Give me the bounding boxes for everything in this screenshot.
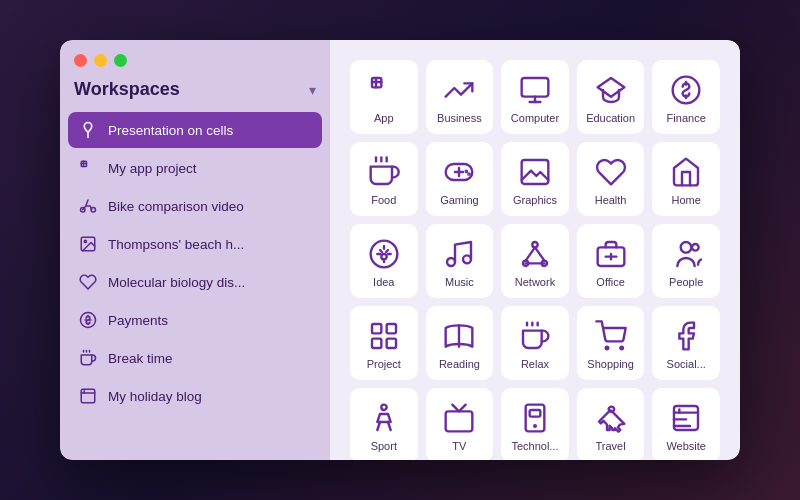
sidebar-items-list: Presentation on cells My app project (60, 112, 330, 414)
website-icon (78, 386, 98, 406)
icon-cell-label: Gaming (440, 194, 479, 206)
icon-cell-technology[interactable]: Technol... (501, 388, 569, 460)
icon-cell-shopping[interactable]: Shopping (577, 306, 645, 380)
icon-cell-home[interactable]: Home (652, 142, 720, 216)
maximize-button[interactable] (114, 54, 127, 67)
icon-cell-label: TV (452, 440, 466, 452)
svg-rect-26 (522, 160, 549, 184)
icon-cell-label: Idea (373, 276, 394, 288)
office-icon (593, 236, 629, 272)
icon-cell-network[interactable]: Network (501, 224, 569, 298)
graphics-icon (78, 234, 98, 254)
icon-grid: App Business Computer Education (350, 60, 720, 460)
sidebar-item-label: My app project (108, 161, 197, 176)
svg-point-5 (84, 240, 86, 242)
icon-cell-travel[interactable]: Travel (577, 388, 645, 460)
icon-cell-label: Office (596, 276, 625, 288)
svg-rect-10 (81, 389, 95, 403)
minimize-button[interactable] (94, 54, 107, 67)
icon-cell-label: Sport (371, 440, 397, 452)
social-icon (668, 318, 704, 354)
technology-icon (517, 400, 553, 436)
icon-cell-label: App (374, 112, 394, 124)
svg-point-40 (681, 242, 692, 253)
icon-cell-sport[interactable]: Sport (350, 388, 418, 460)
project-icon (366, 318, 402, 354)
icon-cell-website[interactable]: Website (652, 388, 720, 460)
icon-cell-project[interactable]: Project (350, 306, 418, 380)
sidebar-item-molecular-biology[interactable]: Molecular biology dis... (68, 264, 322, 300)
icon-cell-label: Shopping (587, 358, 634, 370)
sidebar-item-thompsons-beach[interactable]: Thompsons' beach h... (68, 226, 322, 262)
sidebar-item-label: Molecular biology dis... (108, 275, 245, 290)
icon-cell-computer[interactable]: Computer (501, 60, 569, 134)
svg-point-50 (605, 347, 608, 350)
sidebar: Workspaces ▾ Presentation on cells (60, 40, 330, 460)
svg-point-25 (469, 173, 470, 174)
education-icon (593, 72, 629, 108)
icon-cell-idea[interactable]: Idea (350, 224, 418, 298)
window-controls (60, 40, 330, 75)
svg-point-24 (466, 171, 467, 172)
icon-cell-label: Business (437, 112, 482, 124)
icon-cell-label: Reading (439, 358, 480, 370)
app-icon (78, 158, 98, 178)
svg-rect-45 (386, 339, 395, 348)
sidebar-item-my-app-project[interactable]: My app project (68, 150, 322, 186)
sidebar-item-break-time[interactable]: Break time (68, 340, 322, 376)
close-button[interactable] (74, 54, 87, 67)
icon-cell-label: Education (586, 112, 635, 124)
tv-icon (441, 400, 477, 436)
icon-cell-tv[interactable]: TV (426, 388, 494, 460)
app-icon (366, 72, 402, 108)
icon-cell-relax[interactable]: Relax (501, 306, 569, 380)
icon-cell-music[interactable]: Music (426, 224, 494, 298)
sidebar-item-label: Presentation on cells (108, 123, 233, 138)
sidebar-item-presentation-on-cells[interactable]: Presentation on cells (68, 112, 322, 148)
sidebar-item-label: Bike comparison video (108, 199, 244, 214)
icon-cell-finance[interactable]: Finance (652, 60, 720, 134)
icon-cell-education[interactable]: Education (577, 60, 645, 134)
icon-cell-food[interactable]: Food (350, 142, 418, 216)
sidebar-item-my-holiday-blog[interactable]: My holiday blog (68, 378, 322, 414)
sidebar-item-payments[interactable]: Payments (68, 302, 322, 338)
sidebar-item-label: Break time (108, 351, 173, 366)
chevron-down-icon[interactable]: ▾ (309, 82, 316, 98)
icon-cell-office[interactable]: Office (577, 224, 645, 298)
icon-cell-label: Graphics (513, 194, 557, 206)
icon-cell-business[interactable]: Business (426, 60, 494, 134)
svg-point-41 (692, 244, 699, 251)
icon-cell-people[interactable]: People (652, 224, 720, 298)
icon-cell-health[interactable]: Health (577, 142, 645, 216)
website-icon (668, 400, 704, 436)
icon-cell-label: Music (445, 276, 474, 288)
icon-cell-label: Travel (596, 440, 626, 452)
relax-icon (78, 348, 98, 368)
icon-cell-label: Home (672, 194, 701, 206)
icon-cell-label: People (669, 276, 703, 288)
gaming-icon (441, 154, 477, 190)
bio-icon (78, 120, 98, 140)
icon-cell-social[interactable]: Social... (652, 306, 720, 380)
icon-cell-label: Relax (521, 358, 549, 370)
svg-line-34 (526, 247, 535, 260)
health-icon (78, 272, 98, 292)
icon-cell-app[interactable]: App (350, 60, 418, 134)
icon-cell-label: Social... (667, 358, 706, 370)
icon-cell-gaming[interactable]: Gaming (426, 142, 494, 216)
sidebar-item-bike-comparison-video[interactable]: Bike comparison video (68, 188, 322, 224)
travel-icon (593, 400, 629, 436)
icon-cell-graphics[interactable]: Graphics (501, 142, 569, 216)
icon-cell-reading[interactable]: Reading (426, 306, 494, 380)
sidebar-title: Workspaces (74, 79, 180, 100)
svg-point-52 (381, 405, 386, 410)
icon-cell-label: Project (367, 358, 401, 370)
svg-point-51 (620, 347, 623, 350)
icon-cell-label: Website (666, 440, 706, 452)
svg-rect-14 (522, 78, 549, 97)
svg-rect-43 (386, 324, 395, 333)
home-icon (668, 154, 704, 190)
icon-cell-label: Network (515, 276, 555, 288)
finance-icon (78, 310, 98, 330)
finance-icon (668, 72, 704, 108)
